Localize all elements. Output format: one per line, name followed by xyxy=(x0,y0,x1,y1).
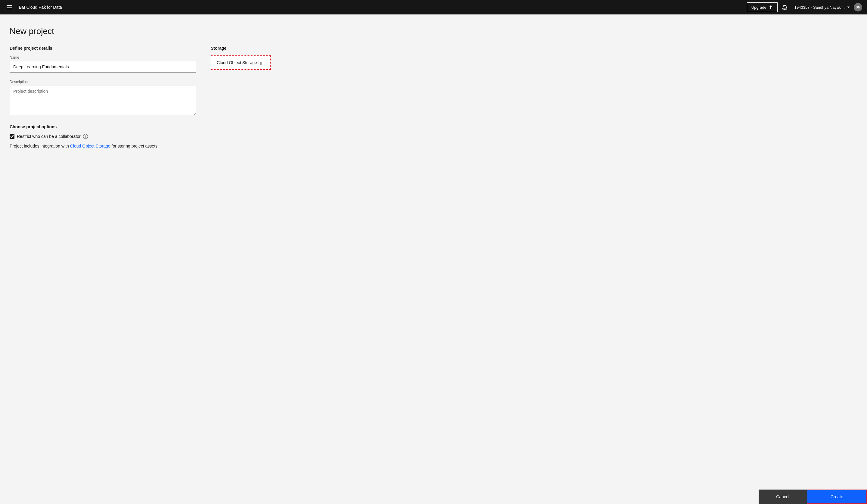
options-section: Choose project options Restrict who can … xyxy=(10,124,196,148)
upgrade-label: Upgrade xyxy=(751,5,767,10)
action-bar: Cancel Create xyxy=(0,490,867,504)
define-project-title: Define project details xyxy=(10,46,196,51)
restrict-collaborator-row: Restrict who can be a collaborator i xyxy=(10,134,196,139)
bell-icon xyxy=(782,4,788,10)
upgrade-button[interactable]: Upgrade xyxy=(747,2,778,12)
description-input[interactable] xyxy=(10,86,196,116)
storage-box: Cloud Object Storage-qj xyxy=(211,55,271,70)
notification-button[interactable] xyxy=(779,0,791,14)
info-icon[interactable]: i xyxy=(83,134,88,139)
right-section: Storage Cloud Object Storage-qj xyxy=(211,46,857,148)
top-navigation: IBM Cloud Pak for Data Upgrade 1943357 -… xyxy=(0,0,867,14)
name-label: Name xyxy=(10,55,196,60)
description-field-group: Description xyxy=(10,80,196,117)
options-title: Choose project options xyxy=(10,124,196,129)
storage-title: Storage xyxy=(211,46,857,51)
brand-title: IBM Cloud Pak for Data xyxy=(18,5,743,10)
left-section: Define project details Name Description … xyxy=(10,46,196,148)
cancel-button[interactable]: Cancel xyxy=(759,490,807,504)
page-title: New project xyxy=(10,26,857,36)
upgrade-icon xyxy=(768,5,773,10)
integration-text: Project includes integration with Cloud … xyxy=(10,143,196,148)
account-name: 1943357 - Sandhya Nayak'... xyxy=(794,5,845,10)
avatar[interactable]: SN xyxy=(854,3,862,11)
topnav-actions: Upgrade 1943357 - Sandhya Nayak'... SN xyxy=(747,0,862,14)
description-label: Description xyxy=(10,80,196,84)
restrict-collaborator-checkbox[interactable] xyxy=(10,134,14,139)
restrict-collaborator-label: Restrict who can be a collaborator xyxy=(17,134,81,139)
menu-icon[interactable] xyxy=(5,3,14,11)
storage-value: Cloud Object Storage-qj xyxy=(217,60,261,65)
account-selector[interactable]: 1943357 - Sandhya Nayak'... xyxy=(792,0,853,14)
project-name-input[interactable] xyxy=(10,62,196,73)
cloud-object-storage-link[interactable]: Cloud Object Storage xyxy=(70,143,110,148)
form-layout: Define project details Name Description … xyxy=(10,46,857,148)
create-button[interactable]: Create xyxy=(807,490,867,504)
name-field-group: Name xyxy=(10,55,196,73)
main-content: New project Define project details Name … xyxy=(0,14,867,504)
chevron-down-icon xyxy=(846,6,850,9)
